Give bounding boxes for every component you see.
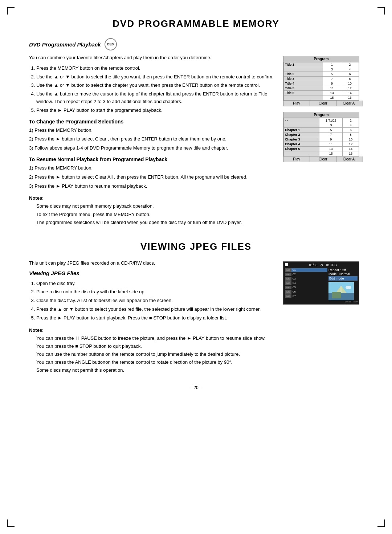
table-cell: Chapter 2 (284, 133, 319, 137)
dvd-step-1: Press the MEMORY button on the remote co… (36, 65, 276, 72)
jpeg-step-1: Open the disc tray. (36, 280, 276, 288)
jpeg-rec-indicator (285, 263, 289, 267)
table-row: Chapter 4 11 12 (284, 142, 359, 147)
file-number: 02 (293, 273, 296, 276)
table-cell (284, 95, 323, 100)
table-cell: Chapter 1 (284, 128, 319, 133)
table-cell: Title 5 (284, 86, 323, 91)
resume-steps-list: 1) Press the MEMORY button. 2) Press the… (29, 164, 276, 190)
resume-title: To Resume Normal Playback from Programme… (29, 156, 276, 162)
table-cell: Title 3 (284, 77, 323, 81)
jpeg-step-4: Press the ▲ or ▼ button to select your d… (36, 306, 276, 313)
jpeg-note-2: You can press the ■ STOP button to quit … (36, 343, 142, 349)
clear-all-button-2[interactable]: Clear All (336, 156, 363, 162)
file-number: 07 (293, 294, 296, 298)
jpeg-notes: Notes: You can press the ⏸ PAUSE button … (29, 326, 276, 375)
list-item: IMG 06 (285, 290, 327, 294)
clear-button-1[interactable]: Clear (310, 101, 336, 106)
dvd-step-2: Use the ▲ or ▼ button to select the titl… (36, 73, 276, 81)
jpeg-right-column: 01/36 ↻ 01.JPG IMG 01 IM (283, 260, 363, 378)
program-table-2-inner: Program - - 1 T1C2 2 3 4 (283, 112, 359, 156)
list-item: IMG 02 (285, 273, 327, 276)
file-icon: IMG (285, 273, 291, 276)
table-row: 3 4 (284, 123, 359, 128)
file-icon: IMG (285, 290, 291, 294)
thumbnail-svg (328, 282, 354, 300)
table-cell: 13 (323, 91, 341, 95)
play-button-2[interactable]: Play (283, 156, 310, 162)
change-step-3: 3) Follow above steps 1-4 of DVD Program… (29, 144, 276, 152)
jpeg-notes-title: Notes: (29, 327, 44, 333)
table-cell: 16 (341, 95, 359, 100)
program-table-1-grid: Title 1 1 2 3 4 Title 2 5 6 (283, 62, 359, 100)
jpeg-dimension: W:516 H:710 (328, 301, 358, 303)
table-cell: 14 (343, 147, 359, 151)
file-number: 03 (293, 277, 296, 280)
jpeg-left-column: This unit can play JPEG files recorded o… (29, 260, 276, 378)
table-cell: 15 (323, 95, 341, 100)
table-cell: 14 (341, 91, 359, 95)
corner-bl (7, 519, 15, 527)
jpeg-step-3: Close the disc tray. A list of folders/f… (36, 297, 276, 305)
table-row: 15 16 (284, 95, 359, 100)
jpeg-ui-main-area: IMG 01 IMG 02 IMG 03 IMG (285, 268, 358, 303)
dvd-section-header: DVD Programmed Playback DVD (29, 38, 363, 50)
table-cell: - - (284, 118, 319, 123)
table-cell: Title 4 (284, 81, 323, 86)
edit-info: Edit mode (328, 276, 358, 281)
table-cell: 10 (341, 81, 359, 86)
jpeg-ui-topbar: 01/36 ↻ 01.JPG (285, 263, 358, 267)
dvd-left-column: You can combine your favorite titles/cha… (29, 54, 276, 230)
jpeg-info-panel: Repeat : Off Mode : Normal Edit mode (328, 268, 358, 303)
table-row: Title 2 5 6 (284, 72, 359, 77)
table-row: Chapter 2 7 8 (284, 133, 359, 137)
program-table-2: Program - - 1 T1C2 2 3 4 (283, 112, 363, 162)
jpeg-viewing-label: Viewing JPEG Files (29, 270, 79, 276)
table-cell: 9 (323, 81, 341, 86)
table-cell: 6 (341, 72, 359, 77)
table-cell (284, 67, 323, 72)
dvd-note-1: Some discs may not permit memory playbac… (36, 203, 154, 209)
table-cell: 5 (319, 128, 343, 133)
dvd-right-column: Program Title 1 1 2 3 4 T (283, 54, 363, 230)
table-cell (284, 151, 319, 156)
dvd-notes-title: Notes: (29, 195, 44, 201)
file-icon: IMG (285, 294, 291, 298)
table-cell: Title 6 (284, 91, 323, 95)
jpeg-intro: This unit can play JPEG files recorded o… (29, 260, 276, 267)
clear-all-button-1[interactable]: Clear All (336, 101, 363, 106)
clear-button-2[interactable]: Clear (310, 156, 336, 162)
table-row: Title 3 7 8 (284, 77, 359, 81)
table-cell: 9 (319, 137, 343, 142)
jpeg-preview-thumbnail (328, 282, 354, 300)
rec-dot-icon (285, 263, 288, 266)
dvd-notes: Notes: Some discs may not permit memory … (29, 194, 276, 226)
table-cell: 4 (341, 67, 359, 72)
list-item: IMG 07 (285, 294, 327, 298)
corner-tr (377, 7, 385, 15)
list-item: IMG 04 (285, 281, 327, 285)
dvd-logo: DVD (105, 38, 117, 50)
table-cell: 7 (319, 133, 343, 137)
file-number: 04 (293, 281, 296, 285)
change-step-1: 1) Press the MEMORY button. (29, 127, 276, 134)
table-row: 15 16 (284, 151, 359, 156)
jpeg-steps-list: Open the disc tray. Place a disc onto th… (36, 280, 276, 322)
jpeg-counter: 01/36 (309, 263, 318, 267)
change-steps-list: 1) Press the MEMORY button. 2) Press the… (29, 127, 276, 152)
program-table-2-grid: - - 1 T1C2 2 3 4 Chapter 1 5 6 (283, 118, 359, 156)
play-button-1[interactable]: Play (283, 101, 310, 106)
file-icon: IMG (285, 286, 291, 289)
table-cell: 13 (319, 147, 343, 151)
table-cell: Title 1 (284, 62, 323, 67)
table-cell: 11 (319, 142, 343, 147)
table-cell: 2 (341, 62, 359, 67)
table-cell: Chapter 3 (284, 137, 319, 142)
corner-tl (7, 7, 15, 15)
jpeg-content-area: This unit can play JPEG files recorded o… (29, 260, 363, 378)
dvd-logo-circle: DVD (105, 38, 117, 50)
table-row: - - 1 T1C2 2 (284, 118, 359, 123)
table-cell: 16 (343, 151, 359, 156)
resume-step-1: 1) Press the MEMORY button. (29, 164, 276, 172)
table-row: Title 4 9 10 (284, 81, 359, 86)
